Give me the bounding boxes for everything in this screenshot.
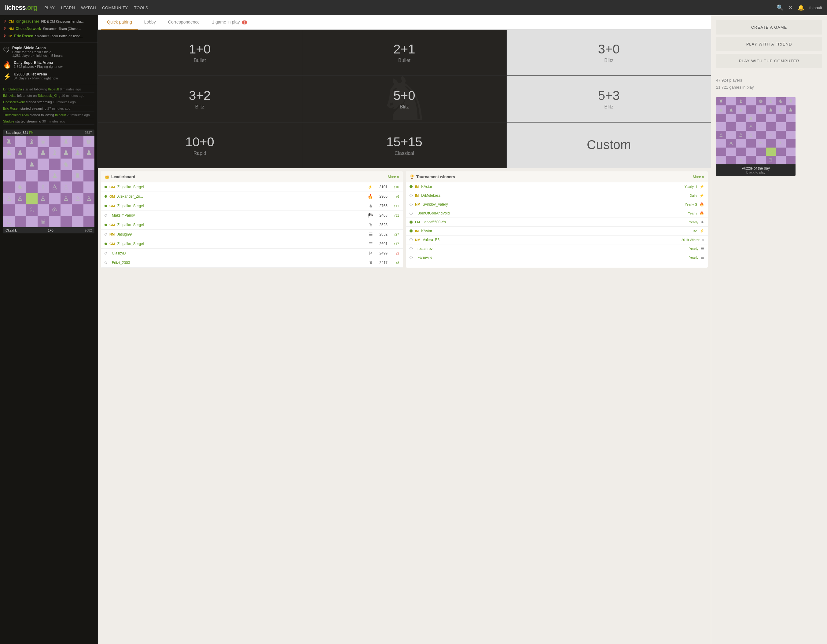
winner-row: IM KAstar Yearly H ⚡ xyxy=(406,182,708,191)
tab-lobby[interactable]: Lobby xyxy=(138,15,162,30)
event-title: Daily SuperBlitz Arena xyxy=(14,61,62,65)
leader-name[interactable]: Fritzi_2003 xyxy=(112,260,367,265)
nav-play[interactable]: PLAY xyxy=(44,6,55,10)
leader-title: GM xyxy=(109,185,115,189)
psq: ♙ xyxy=(746,122,756,131)
leader-name[interactable]: Zhigalko_Sergei xyxy=(117,223,366,227)
user-menu[interactable]: thibault xyxy=(809,6,822,10)
logo[interactable]: lichess.org xyxy=(5,4,37,12)
sq xyxy=(61,170,72,182)
game-badge: 1 xyxy=(242,20,247,25)
online-indicator xyxy=(105,243,107,245)
winner-name[interactable]: KAstar xyxy=(421,184,682,189)
tournament-more[interactable]: More » xyxy=(693,175,704,179)
winner-name[interactable]: KAstar xyxy=(421,229,688,233)
pairing-3-2[interactable]: 3+2 Blitz xyxy=(98,76,302,122)
nav-learn[interactable]: LEARN xyxy=(61,6,75,10)
psq xyxy=(716,114,726,123)
user-link[interactable]: thibault xyxy=(48,87,59,91)
user-link[interactable]: Sladgie xyxy=(3,120,14,123)
leader-name[interactable]: Alexander_Zu... xyxy=(117,194,365,199)
board-control: 1+0 xyxy=(48,229,53,232)
psq xyxy=(756,114,766,123)
psq xyxy=(776,114,786,123)
sq: ♙ xyxy=(83,193,95,205)
user-link[interactable]: ChessNetwork xyxy=(3,100,25,104)
user-link[interactable]: thibault xyxy=(55,113,66,117)
leaderboard-more[interactable]: More » xyxy=(388,175,399,179)
leader-name[interactable]: Zhigalko_Sergei xyxy=(117,204,367,208)
leader-name[interactable]: Zhigalko_Sergei xyxy=(117,242,367,246)
tourney-icon: 🔥 xyxy=(699,211,704,215)
psq xyxy=(726,131,736,139)
pairing-5-3[interactable]: 5+3 Blitz xyxy=(507,76,711,122)
pairing-5-0[interactable]: 5+0 Blitz xyxy=(302,76,506,122)
search-icon[interactable]: 🔍 xyxy=(777,4,783,11)
sq xyxy=(26,147,37,159)
fire-icon: 🔥 xyxy=(3,61,11,69)
events-section: 🛡 Rapid Shield Arena Battle for the Rapi… xyxy=(0,42,97,84)
nav-community[interactable]: COMMUNITY xyxy=(102,6,128,10)
pairing-15-15[interactable]: 15+15 Classical xyxy=(302,123,506,168)
user-link[interactable]: Dr_blablabla xyxy=(3,87,22,91)
microphone-icon: 🎙 xyxy=(3,27,7,31)
user-link[interactable]: Thetacticbot1234 xyxy=(3,113,29,117)
psq: ♟ xyxy=(716,105,726,114)
leader-name[interactable]: Jasugi99 xyxy=(117,232,367,237)
tab-correspondence[interactable]: Correspondence xyxy=(162,15,206,30)
winner-name[interactable]: Sviridov_Valery xyxy=(423,202,682,206)
pairing-grid-wrapper: ♞ 1+0 Bullet 2+1 Bullet 3+0 Blitz 3+2 xyxy=(98,30,711,168)
streamer-kingscrusher[interactable]: 🎙 CM Kingscrusher FIDE CM Kingscrusher p… xyxy=(0,18,97,25)
pairing-1-0[interactable]: 1+0 Bullet xyxy=(98,30,302,75)
event-superblitz[interactable]: 🔥 Daily SuperBlitz Arena 1,392 players •… xyxy=(0,59,97,70)
close-icon[interactable]: ✕ xyxy=(788,4,793,11)
user-link[interactable]: Eric Rosen xyxy=(3,107,20,110)
winner-name[interactable]: Farmville xyxy=(417,256,687,260)
leader-rating: 3101 xyxy=(375,185,387,189)
winner-name[interactable]: Valera_B5 xyxy=(423,238,679,242)
sq xyxy=(72,204,83,216)
tournament-card: 🏆 Tournament winners More » IM KAstar Ye… xyxy=(406,172,708,268)
play-computer-button[interactable]: PLAY WITH THE COMPUTER xyxy=(716,54,822,68)
winner-name[interactable]: recastrov xyxy=(417,246,687,251)
event-rapid-shield[interactable]: 🛡 Rapid Shield Arena Battle for the Rapi… xyxy=(0,44,97,59)
pairing-custom[interactable]: Custom xyxy=(507,123,711,168)
leader-name[interactable]: MaksimPanov xyxy=(112,213,365,218)
streamer-chessnetwork[interactable]: 🎙 NM ChessNetwork Streamer !Team [Chess.… xyxy=(0,25,97,33)
mute-icon[interactable]: 🔔 xyxy=(798,4,804,11)
play-friend-button[interactable]: PLAY WITH A FRIEND xyxy=(716,37,822,51)
leader-name[interactable]: ClasbyD xyxy=(112,251,366,256)
leader-rating: 2832 xyxy=(375,232,387,237)
sq: ♙ xyxy=(72,193,83,205)
tab-quick-pairing[interactable]: Quick pairing xyxy=(101,15,138,30)
nav-watch[interactable]: WATCH xyxy=(81,6,96,10)
winner-name[interactable]: Lance5500-Yo... xyxy=(422,220,687,224)
user-link[interactable]: IM lovlas xyxy=(3,94,16,97)
streamer-ericrosen[interactable]: 🎙 IM Eric Rosen Streamer Team Battle on … xyxy=(0,33,97,40)
pairing-type: Blitz xyxy=(604,58,613,63)
winner-name[interactable]: DrMelekess xyxy=(421,193,687,198)
winner-name[interactable]: BornOfGodAndVoid xyxy=(417,211,685,215)
pairing-3-0[interactable]: 3+0 Blitz xyxy=(507,30,711,75)
leader-trend: ↑31 xyxy=(390,214,399,217)
streamers-section: 🎙 CM Kingscrusher FIDE CM Kingscrusher p… xyxy=(0,15,97,42)
trophy-icon: 🏆 xyxy=(410,175,414,179)
psq xyxy=(716,122,726,131)
pairing-10-0[interactable]: 10+0 Rapid xyxy=(98,123,302,168)
create-game-button[interactable]: CREATE A GAME xyxy=(716,20,822,34)
user-link[interactable]: Takeback_King xyxy=(37,94,61,97)
leader-name[interactable]: Zhigalko_Sergei xyxy=(117,185,365,189)
pairing-2-1[interactable]: 2+1 Bullet xyxy=(302,30,506,75)
pairing-time: 3+2 xyxy=(189,88,211,103)
psq: ♜ xyxy=(786,97,796,106)
psq xyxy=(756,131,766,139)
event-sub: 1,392 players • Playing right now xyxy=(14,65,62,69)
puzzle-section: ♜ ♝ ♚ ♝ ♞ ♜ ♟ ♟ ♟ ♟ ♟ ♟ ♟ xyxy=(716,97,822,176)
nav-tools[interactable]: TOOLS xyxy=(134,6,148,10)
psq: ♖ xyxy=(716,156,726,164)
event-u2000[interactable]: ⚡ U2000 Bullet Arena 84 players • Playin… xyxy=(0,70,97,82)
leaderboard-header: 👑 Leaderboard More » xyxy=(101,172,403,182)
online-indicator xyxy=(410,256,413,259)
streamer-name: ChessNetwork xyxy=(16,27,41,31)
tab-game-in-play[interactable]: 1 game in play 1 xyxy=(206,15,253,30)
